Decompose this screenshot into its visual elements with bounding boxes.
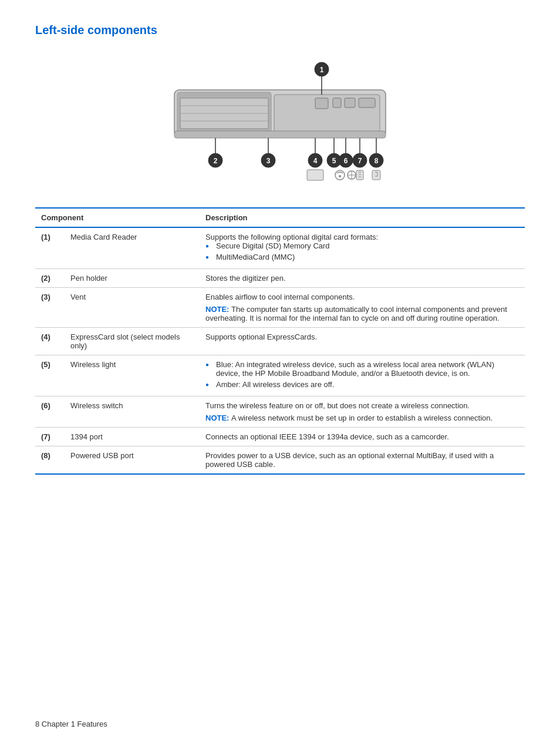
note-label: NOTE: — [205, 305, 231, 314]
svg-text:3: 3 — [266, 157, 271, 165]
svg-text:7: 7 — [358, 157, 362, 165]
page-footer: 8 Chapter 1 Features — [35, 720, 107, 728]
row-number: (5) — [35, 355, 65, 396]
row-component: 1394 port — [65, 428, 200, 446]
row-description: Enables airflow to cool internal compone… — [200, 288, 525, 328]
row-number: (6) — [35, 396, 65, 428]
table-row: (4)ExpressCard slot (select models only)… — [35, 328, 525, 355]
svg-rect-8 — [333, 98, 341, 107]
row-component: Powered USB port — [65, 446, 200, 475]
svg-text:1: 1 — [320, 66, 324, 74]
svg-text:4: 4 — [313, 157, 318, 165]
row-component: Media Card Reader — [65, 227, 200, 269]
desc-bullet: Secure Digital (SD) Memory Card — [205, 241, 519, 250]
desc-note: NOTE: A wireless network must be set up … — [205, 414, 519, 422]
page-title: Left-side components — [35, 23, 525, 37]
svg-rect-42 — [356, 170, 363, 180]
svg-text:2: 2 — [214, 157, 218, 165]
laptop-diagram: 1 2 3 4 5 6 7 8 — [35, 49, 525, 190]
col-header-component: Component — [35, 208, 200, 227]
row-description: Stores the digitizer pen. — [200, 269, 525, 288]
components-table: Component Description (1)Media Card Read… — [35, 207, 525, 475]
row-description: Supports the following optional digital … — [200, 227, 525, 269]
row-number: (3) — [35, 288, 65, 328]
svg-text:6: 6 — [344, 157, 348, 165]
row-component: Vent — [65, 288, 200, 328]
desc-bullet: MultiMediaCard (MMC) — [205, 253, 519, 261]
row-component: Pen holder — [65, 269, 200, 288]
row-number: (7) — [35, 428, 65, 446]
col-header-description: Description — [200, 208, 525, 227]
desc-bullet: Blue: An integrated wireless device, suc… — [205, 360, 519, 378]
svg-rect-10 — [359, 98, 375, 107]
svg-point-38 — [339, 175, 341, 177]
table-row: (2)Pen holderStores the digitizer pen. — [35, 269, 525, 288]
svg-rect-46 — [372, 170, 380, 180]
row-component: Wireless light — [65, 355, 200, 396]
desc-bullet: Amber: All wireless devices are off. — [205, 380, 519, 389]
svg-rect-36 — [307, 170, 323, 180]
table-row: (1)Media Card ReaderSupports the followi… — [35, 227, 525, 269]
row-description: Turns the wireless feature on or off, bu… — [200, 396, 525, 428]
row-component: Wireless switch — [65, 396, 200, 428]
row-number: (2) — [35, 269, 65, 288]
desc-note: NOTE: The computer fan starts up automat… — [205, 305, 519, 322]
desc-text: Turns the wireless feature on or off, bu… — [205, 401, 519, 410]
note-label: NOTE: — [205, 414, 231, 422]
table-row: (6)Wireless switchTurns the wireless fea… — [35, 396, 525, 428]
desc-intro: Supports the following optional digital … — [205, 233, 519, 241]
svg-text:8: 8 — [375, 157, 379, 165]
row-number: (4) — [35, 328, 65, 355]
table-row: (8)Powered USB portProvides power to a U… — [35, 446, 525, 475]
svg-rect-7 — [315, 98, 328, 109]
svg-rect-9 — [345, 98, 355, 107]
row-description: Supports optional ExpressCards. — [200, 328, 525, 355]
row-description: Connects an optional IEEE 1394 or 1394a … — [200, 428, 525, 446]
row-number: (1) — [35, 227, 65, 269]
table-row: (7)1394 portConnects an optional IEEE 13… — [35, 428, 525, 446]
row-description: Provides power to a USB device, such as … — [200, 446, 525, 475]
table-row: (3)VentEnables airflow to cool internal … — [35, 288, 525, 328]
svg-text:5: 5 — [332, 157, 336, 165]
svg-rect-11 — [174, 131, 386, 138]
table-row: (5)Wireless lightBlue: An integrated wir… — [35, 355, 525, 396]
desc-text: Enables airflow to cool internal compone… — [205, 293, 519, 301]
row-description: Blue: An integrated wireless device, suc… — [200, 355, 525, 396]
row-number: (8) — [35, 446, 65, 475]
row-component: ExpressCard slot (select models only) — [65, 328, 200, 355]
